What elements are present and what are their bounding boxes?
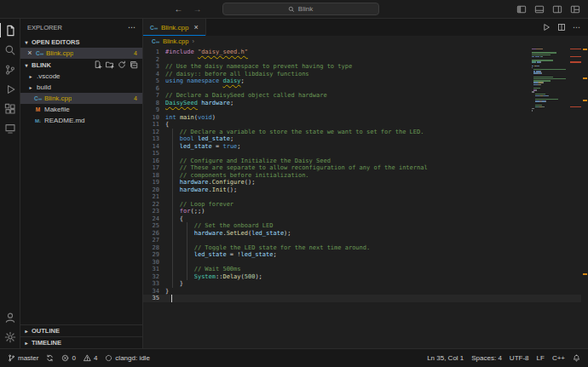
code-line-12[interactable]: 12 // Declare a variable to store the st… — [143, 129, 588, 136]
code-line-27[interactable]: 27 — [143, 237, 588, 244]
toggle-secondary-sidebar-icon[interactable] — [552, 4, 562, 14]
title-bar-actions — [379, 4, 588, 14]
code-line-3[interactable]: 3// Use the daisy namespace to prevent h… — [143, 63, 588, 71]
status-bar: master04clangd: idle Ln 35, Col 1Spaces:… — [0, 348, 588, 367]
code-line-17[interactable]: 17 // These are separate to allow reconf… — [143, 164, 588, 172]
code-line-26[interactable]: 26 hardware.SetLed(led_state); — [143, 230, 588, 238]
status-indentation[interactable]: Spaces: 4 — [471, 354, 502, 362]
status-sync[interactable] — [46, 354, 54, 362]
code-line-24[interactable]: 24 { — [143, 215, 588, 223]
split-editor-icon[interactable] — [557, 23, 566, 32]
code-line-16[interactable]: 16 // Configure and Initialize the Daisy… — [143, 158, 588, 165]
line-number: 6 — [143, 85, 165, 93]
extensions-icon — [4, 103, 16, 115]
code-line-21[interactable]: 21 — [143, 193, 588, 201]
run-button[interactable] — [542, 23, 551, 32]
close-icon[interactable]: × — [26, 49, 33, 57]
explorer-item-makefile[interactable]: MMakefile — [20, 104, 142, 115]
status-errors[interactable]: 0 — [61, 354, 75, 362]
activity-explorer[interactable] — [0, 20, 20, 40]
close-icon[interactable]: × — [193, 24, 198, 32]
status-label: Ln 35, Col 1 — [427, 354, 464, 362]
code-line-7[interactable]: 7// Declare a DaisySeed object called ha… — [143, 92, 588, 100]
line-number: 26 — [143, 230, 165, 238]
toggle-sidebar-icon[interactable] — [516, 4, 527, 14]
code-line-23[interactable]: 23 for(;;) — [143, 208, 588, 215]
status-eol[interactable]: LF — [537, 354, 545, 362]
code-text: // Declare a variable to store the state… — [165, 129, 424, 136]
code-line-20[interactable]: 20 hardware.Init(); — [143, 186, 588, 194]
cpp-file-icon: C++ — [34, 95, 42, 101]
line-number: 1 — [143, 49, 165, 56]
outline-header[interactable]: ▸ OUTLINE — [20, 324, 142, 336]
minimap[interactable] — [532, 47, 581, 114]
activity-settings[interactable] — [0, 327, 20, 347]
new-folder-icon[interactable] — [106, 60, 114, 69]
open-editors-header[interactable]: ▾ OPEN EDITORS — [20, 36, 142, 48]
code-line-10[interactable]: 10int main(void) — [143, 114, 588, 122]
code-line-33[interactable]: 33 } — [143, 280, 588, 288]
activity-run-debug[interactable] — [0, 79, 20, 99]
new-file-icon[interactable] — [94, 60, 102, 69]
activity-search[interactable] — [0, 40, 20, 60]
code-line-11[interactable]: 11{ — [143, 121, 588, 129]
refresh-icon[interactable] — [118, 60, 126, 69]
code-text: { — [165, 121, 169, 129]
code-line-15[interactable]: 15 — [143, 150, 588, 158]
timeline-header[interactable]: ▸ TIMELINE — [20, 336, 142, 348]
timeline-label: TIMELINE — [32, 339, 61, 347]
collapse-all-icon[interactable] — [130, 60, 138, 69]
customize-layout-icon[interactable] — [570, 4, 580, 14]
code-line-28[interactable]: 28 // Toggle the LED state for the next … — [143, 244, 588, 252]
project-header[interactable]: ▾ BLINK — [20, 59, 142, 71]
status-cursor-position[interactable]: Ln 35, Col 1 — [427, 354, 464, 362]
code-line-29[interactable]: 29 led_state = !led_state; — [143, 251, 588, 259]
activity-account[interactable] — [0, 307, 20, 327]
code-line-4[interactable]: 4// daisy:: before all libdaisy function… — [143, 71, 588, 78]
nav-back-icon[interactable]: ← — [175, 5, 183, 14]
code-line-8[interactable]: 8DaisySeed hardware; — [143, 100, 588, 107]
code-line-30[interactable]: 30 — [143, 259, 588, 267]
status-language-mode[interactable]: C++ — [552, 354, 565, 362]
line-number: 20 — [143, 186, 165, 194]
breadcrumb-file[interactable]: Blink.cpp — [163, 37, 188, 45]
code-line-31[interactable]: 31 // Wait 500ms — [143, 266, 588, 273]
project-label: BLINK — [32, 61, 51, 69]
code-line-22[interactable]: 22 // Loop forever — [143, 201, 588, 209]
explorer-item-blink-cpp[interactable]: C++Blink.cpp4 — [20, 93, 142, 104]
code-line-35[interactable]: 35 — [143, 295, 588, 302]
tab-blink-cpp[interactable]: C++Blink.cpp× — [143, 19, 206, 36]
activity-remote-explorer[interactable] — [0, 118, 20, 138]
explorer-item-readme-md[interactable]: M↓README.md — [20, 115, 142, 126]
code-line-19[interactable]: 19 hardware.Configure(); — [143, 179, 588, 186]
status-encoding[interactable]: UTF-8 — [510, 354, 529, 362]
breadcrumb[interactable]: C++ Blink.cpp › — [143, 36, 588, 47]
status-branch[interactable]: master — [8, 354, 38, 362]
more-actions-icon[interactable]: ⋯ — [128, 23, 135, 32]
code-line-5[interactable]: 5using namespace daisy; — [143, 77, 588, 85]
activity-source-control[interactable] — [0, 60, 20, 79]
code-line-34[interactable]: 34} — [143, 288, 588, 295]
code-line-13[interactable]: 13 bool led_state; — [143, 135, 588, 143]
more-actions-icon[interactable]: ⋯ — [573, 23, 580, 32]
command-center-search[interactable]: Blink — [222, 3, 379, 15]
code-line-6[interactable]: 6 — [143, 85, 588, 93]
open-editor-item[interactable]: ×C++Blink.cpp4 — [20, 48, 142, 59]
activity-extensions[interactable] — [0, 99, 20, 118]
status-warnings[interactable]: 4 — [84, 354, 97, 362]
status-clangd[interactable]: clangd: idle — [105, 354, 149, 362]
nav-forward-icon[interactable]: → — [193, 5, 202, 14]
code-line-25[interactable]: 25 // Set the onboard LED — [143, 222, 588, 230]
toggle-panel-icon[interactable] — [534, 4, 545, 14]
code-line-32[interactable]: 32 System::Delay(500); — [143, 273, 588, 281]
status-notifications[interactable] — [573, 354, 580, 362]
code-line-9[interactable]: 9 — [143, 106, 588, 114]
code-line-14[interactable]: 14 led_state = true; — [143, 143, 588, 151]
branch-icon — [8, 354, 15, 362]
code-line-2[interactable]: 2 — [143, 56, 588, 64]
overview-ruler[interactable] — [581, 47, 588, 348]
explorer-item--vscode[interactable]: ▸.vscode — [20, 71, 142, 82]
code-line-18[interactable]: 18 // components before initialization. — [143, 172, 588, 180]
code-line-1[interactable]: 1#include "daisy_seed.h" — [143, 49, 588, 56]
explorer-item-build[interactable]: ▸build — [20, 82, 142, 93]
